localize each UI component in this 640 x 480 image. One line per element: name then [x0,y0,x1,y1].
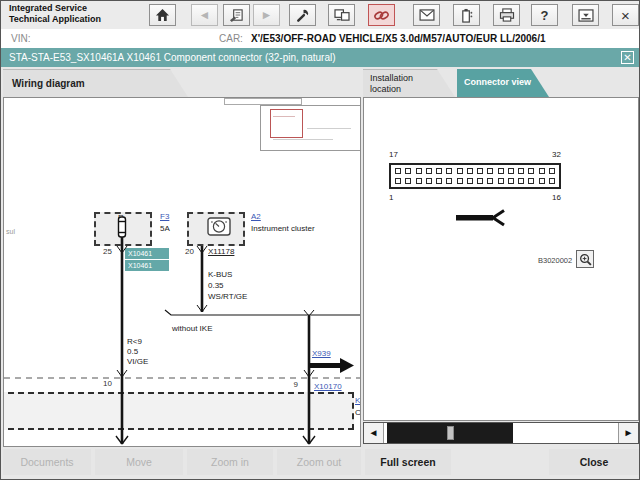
forward-icon[interactable]: ► [253,4,280,26]
connector-icon[interactable] [368,4,395,26]
fuse-terminal-label: R [118,213,124,222]
tab-connector-view[interactable]: Connector view [457,69,549,97]
window-icon[interactable] [572,4,599,26]
connector-pin [405,168,411,174]
wire1-name: R<9 [127,337,142,346]
image-reference: B3020002 [538,256,572,265]
close-icon[interactable]: × [612,4,639,26]
car-value: X'/E53/OFF-ROAD VEHICLE/X5 3.0d/M57/AUTO… [251,33,546,44]
connector-pin [446,178,452,184]
tab-installation-location[interactable]: Installation location [363,69,455,97]
tab-wiring-diagram-label: Wiring diagram [12,78,85,89]
home-icon[interactable] [149,4,176,26]
connector-coding-key-icon [456,208,508,228]
workshop-tools-icon[interactable] [289,4,316,26]
help-icon[interactable]: ? [531,4,558,26]
offpage-link[interactable]: X939 [312,349,331,358]
connector-pin [436,168,442,174]
instrument-cluster-icon [207,217,231,237]
documents-button[interactable]: Documents [3,449,91,475]
connector-pin [477,178,483,184]
app-title: Integrated Service Technical Application [9,3,101,25]
scroll-right-icon[interactable]: ► [618,423,638,443]
right-connector-link[interactable]: X10170 [314,382,342,391]
connector-pin [436,178,442,184]
connector-pin [487,178,493,184]
forward-glyph: ► [261,8,273,22]
wire2-bus-name: K-BUS [208,270,232,279]
fuse-ref-link[interactable]: F3 [160,212,169,221]
bottom-component-name: Cu [355,408,361,417]
wiring-diagram-panel: sul R F3 5A 25 X10461 X10461 R<9 0.5 VI/… [3,97,361,447]
vin-label: VIN: [11,33,30,44]
document-title: STA-STA-E53_SX10461A X10461 Component co… [9,52,336,63]
wire1-size: 0.5 [127,347,138,356]
cluster-ref-link[interactable]: A2 [251,212,261,221]
connector-pin [426,178,432,184]
branch-condition-label: without IKE [172,324,212,333]
connector-pin [518,178,524,184]
bottom-component-ref[interactable]: K15 [355,396,361,405]
tab-installation-label-line1: Installation [370,73,413,83]
help-glyph: ? [541,8,549,23]
connector-pin [508,178,514,184]
close-button[interactable]: Close [549,449,639,475]
connector-pin [498,178,504,184]
connector-view-panel: 17 32 1 16 B3020002 [363,97,639,421]
bottom-component-box[interactable] [3,392,354,430]
offpage-arrow [309,358,354,373]
document-close-icon[interactable]: ✕ [621,51,634,64]
operations-report-icon[interactable] [223,4,250,26]
wire1-color: VI/GE [127,357,148,366]
move-button[interactable]: Move [95,449,183,475]
scroll-left-icon[interactable]: ◄ [364,423,384,443]
document-title-bar: STA-STA-E53_SX10461A X10461 Component co… [1,48,639,67]
connector-pin [467,178,473,184]
pin-number-bottom-right: 16 [547,193,561,202]
connector-pin [395,178,401,184]
connector-pin [457,168,463,174]
tab-wiring-diagram[interactable]: Wiring diagram [3,69,188,97]
messages-icon[interactable] [413,4,440,26]
back-glyph: ◄ [199,8,211,22]
connector-pin [416,178,422,184]
horizontal-scrollbar[interactable]: ◄ ► [363,422,639,444]
diagram-navigator[interactable] [260,105,361,151]
connector-pin [498,168,504,174]
scrollbar-grip[interactable] [447,426,454,440]
connector-pin [539,178,545,184]
connector-pin [477,168,483,174]
scrollbar-thumb[interactable] [387,423,513,443]
diagram-section-divider [4,377,360,379]
vehicle-identification-icon[interactable] [328,4,355,26]
back-icon[interactable]: ◄ [191,4,218,26]
connector-pin [457,178,463,184]
close-glyph: × [621,7,630,24]
vin-row: VIN: CAR: X'/E53/OFF-ROAD VEHICLE/X5 3.0… [1,29,639,49]
connector-pin [405,178,411,184]
fuse-pin-number: 25 [94,247,112,256]
zoom-in-button[interactable]: Zoom in [187,449,273,475]
zoom-out-button[interactable]: Zoom out [277,449,361,475]
wire2-color: WS/RT/GE [208,292,247,301]
magnifier-icon[interactable] [576,250,594,268]
connector-highlight-label-2[interactable]: X10461 [125,260,169,271]
connector-pin [416,168,422,174]
connector-pin [528,178,534,184]
pin-number-top-left: 17 [389,150,398,159]
tab-connector-view-label: Connector view [464,77,531,87]
app-window: Integrated Service Technical Application… [0,0,640,480]
navigator-viewport[interactable] [270,109,303,138]
connector-pin [395,168,401,174]
right-pin-number: 9 [280,380,298,389]
connector-highlight-label-1[interactable]: X10461 [125,248,169,259]
connector-pin-row-top [395,168,555,174]
pin-number-bottom-left: 1 [389,193,393,202]
battery-icon[interactable] [453,4,480,26]
connector-pin [467,168,473,174]
full-screen-button[interactable]: Full screen [365,449,451,475]
cluster-connector-link[interactable]: X11178 [208,247,234,256]
print-icon[interactable] [493,4,520,26]
panel-top-strip [224,98,302,105]
cluster-pin-number: 20 [176,247,194,256]
